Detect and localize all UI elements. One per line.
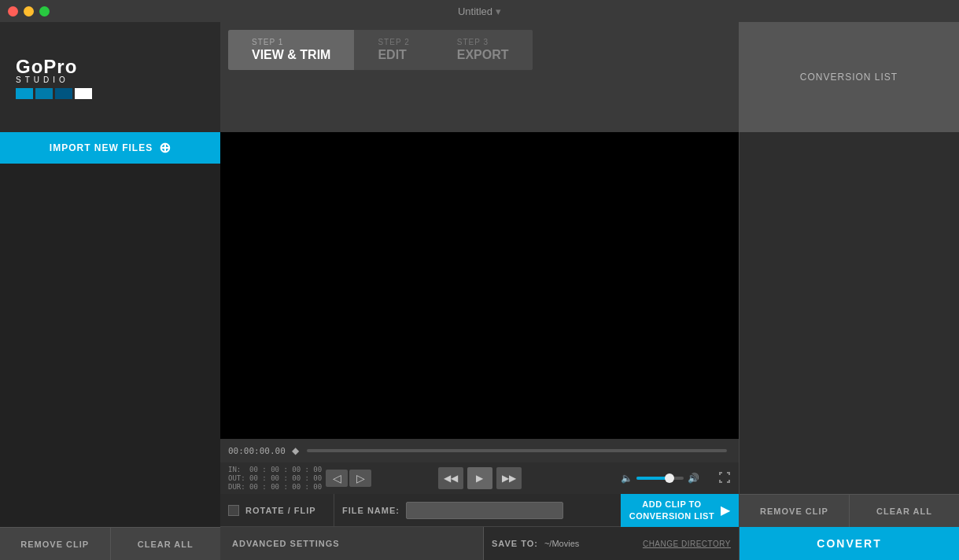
remove-clip-button-right[interactable]: REMOVE CLIP (740, 494, 850, 527)
trim-buttons: ◁ ▷ (326, 470, 371, 487)
right-button-row2: CONVERT (740, 527, 959, 560)
bottom-controls-row1: ROTATE / FLIP FILE NAME: ADD CLIP TOCONV… (220, 494, 739, 527)
in-out-info: IN: 00 : 00 : 00 : 00 OUT: 00 : 00 : 00 … (228, 466, 322, 491)
volume-fill (636, 477, 668, 480)
add-clip-arrow-icon: ▶ (721, 503, 730, 518)
next-frame-button[interactable]: ▶▶ (496, 467, 522, 489)
brand-name: GoPro (16, 56, 77, 78)
main-layout: GoPro STUDIO STEP 1 VIEW & TRIM (0, 22, 959, 560)
convert-button[interactable]: CONVERT (740, 527, 959, 560)
close-button[interactable] (8, 6, 18, 17)
playback-controls: ◀◀ ▶ ▶▶ (438, 467, 522, 489)
in-time: IN: 00 : 00 : 00 : 00 (228, 466, 322, 473)
add-clip-to-conversion-list-button[interactable]: ADD CLIP TOCONVERSION LIST ▶ (621, 494, 739, 527)
volume-low-icon: 🔈 (621, 473, 633, 484)
out-time: OUT: 00 : 00 : 00 : 00 (228, 474, 322, 482)
play-button[interactable]: ▶ (467, 467, 492, 489)
trim-in-button[interactable]: ◁ (326, 470, 348, 487)
playhead-icon: ◆ (292, 445, 299, 456)
clear-all-button-right[interactable]: CLEAR ALL (850, 494, 959, 527)
conversion-list-header: CONVERSION LIST (739, 22, 959, 132)
step2-button[interactable]: STEP 2 EDIT (354, 30, 433, 70)
step3-name: EXPORT (457, 48, 509, 62)
logo-block-1 (16, 88, 33, 99)
center-panel: 00:00:00.00 ◆ IN: 00 : 00 : 00 : 00 OUT:… (220, 132, 739, 560)
step2-label: STEP 2 (378, 38, 409, 46)
video-preview (220, 132, 739, 439)
filename-input[interactable] (406, 502, 563, 519)
titlebar: Untitled ▾ (0, 0, 959, 22)
logo-block-2 (35, 88, 53, 99)
step1-label: STEP 1 (252, 38, 330, 46)
left-bottom-buttons: REMOVE CLIP CLEAR ALL (0, 527, 220, 560)
content-area: IMPORT NEW FILES ⊕ 00:00:00.00 ◆ IN: 00 … (0, 132, 959, 560)
step3-button[interactable]: STEP 3 EXPORT (433, 30, 533, 70)
current-time-display: 00:00:00.00 (228, 446, 286, 456)
right-panel: REMOVE CLIP CLEAR ALL CONVERT (739, 132, 959, 560)
timeline-bar: 00:00:00.00 ◆ (220, 439, 739, 462)
remove-clip-button-left[interactable]: REMOVE CLIP (0, 527, 111, 560)
plus-icon: ⊕ (159, 139, 171, 157)
dur-time: DUR: 00 : 00 : 00 : 00 (228, 483, 322, 491)
maximize-button[interactable] (39, 6, 50, 17)
step1-name: VIEW & TRIM (252, 48, 330, 62)
right-button-row1: REMOVE CLIP CLEAR ALL (740, 494, 959, 527)
minimize-button[interactable] (24, 6, 34, 17)
volume-thumb (665, 473, 674, 483)
logo-area: GoPro STUDIO (0, 22, 220, 132)
trim-out-button[interactable]: ▷ (349, 470, 371, 487)
bottom-controls-row2: ADVANCED SETTINGS SAVE TO: ~/Movies CHAN… (220, 527, 739, 560)
filename-area: FILE NAME: (334, 502, 621, 519)
volume-controls: 🔈 🔊 (621, 473, 699, 484)
left-panel: IMPORT NEW FILES ⊕ (0, 132, 220, 560)
import-button-label: IMPORT NEW FILES (50, 142, 153, 153)
add-clip-label: ADD CLIP TOCONVERSION LIST (629, 499, 714, 521)
conversion-list-label: CONVERSION LIST (800, 72, 898, 83)
steps-container: STEP 1 VIEW & TRIM STEP 2 EDIT STEP 3 EX… (228, 30, 533, 70)
rotate-flip-area: ROTATE / FLIP (220, 494, 334, 526)
studio-label: STUDIO (16, 76, 92, 84)
window-title: Untitled ▾ (458, 6, 501, 17)
rotate-flip-label: ROTATE / FLIP (245, 506, 316, 515)
clear-all-button-left[interactable]: CLEAR ALL (111, 527, 221, 560)
logo-block-4 (75, 88, 92, 99)
logo-block-3 (55, 88, 72, 99)
conversion-list-content (740, 132, 959, 494)
step2-name: EDIT (378, 48, 409, 62)
change-directory-button[interactable]: CHANGE DIRECTORY (643, 540, 731, 548)
controls-bar: IN: 00 : 00 : 00 : 00 OUT: 00 : 00 : 00 … (220, 462, 739, 494)
logo-blocks (16, 88, 92, 99)
file-list-area (0, 164, 220, 560)
steps-area: STEP 1 VIEW & TRIM STEP 2 EDIT STEP 3 EX… (220, 22, 739, 132)
prev-frame-button[interactable]: ◀◀ (438, 467, 463, 489)
import-new-files-button[interactable]: IMPORT NEW FILES ⊕ (0, 132, 220, 164)
step1-button[interactable]: STEP 1 VIEW & TRIM (228, 30, 354, 70)
window-controls (8, 6, 50, 17)
step3-label: STEP 3 (457, 38, 509, 46)
timeline-track[interactable] (307, 449, 727, 452)
rotate-flip-checkbox[interactable] (228, 505, 239, 516)
save-to-label: SAVE TO: (492, 539, 538, 548)
save-to-area: SAVE TO: ~/Movies CHANGE DIRECTORY (484, 539, 739, 548)
right-bottom-buttons: REMOVE CLIP CLEAR ALL CONVERT (740, 494, 959, 560)
gopro-logo: GoPro STUDIO (16, 56, 92, 99)
advanced-settings-button[interactable]: ADVANCED SETTINGS (220, 527, 484, 560)
fullscreen-button[interactable] (718, 471, 731, 486)
volume-high-icon: 🔊 (688, 473, 699, 484)
filename-label: FILE NAME: (342, 506, 400, 515)
top-area: GoPro STUDIO STEP 1 VIEW & TRIM (0, 22, 959, 132)
save-to-path: ~/Movies (544, 539, 579, 548)
volume-slider[interactable] (636, 477, 684, 480)
